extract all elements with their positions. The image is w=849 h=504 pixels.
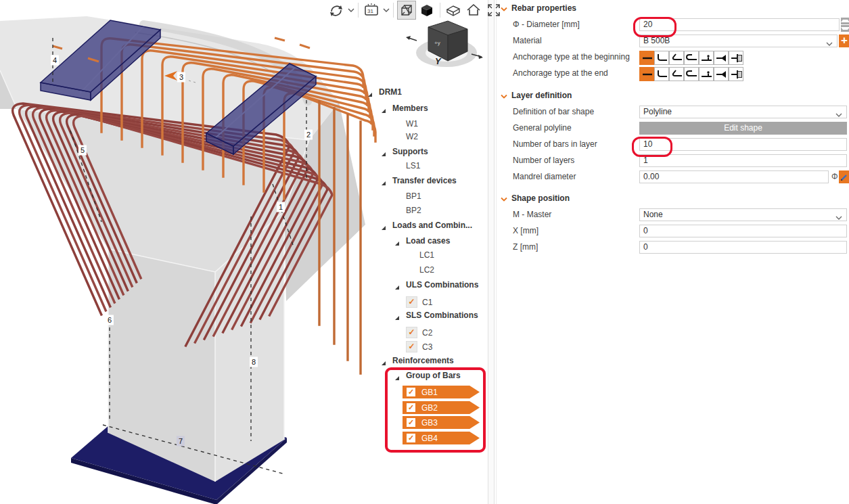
rebar-editor-window: +y Y 43251687 31 DRM1MembersW1W2Supports… [0,0,849,504]
checkbox-icon[interactable]: ✓ [407,388,415,396]
number-of-layers-input[interactable]: 1 [639,154,847,167]
checkbox-icon[interactable]: ✓ [407,434,415,442]
scene-marker-4: 4 [51,55,59,66]
material-dropdown[interactable]: B 500B [639,35,837,47]
tree-item-label: LC1 [419,250,434,260]
section-title: Layer definition [511,91,572,100]
tree-item-label: Members [392,104,428,113]
property-row: General polylineEdit shape [497,122,849,136]
anchorage-option-hook-45-icon[interactable] [669,51,684,65]
section-header-rebar-properties[interactable]: Rebar properties [497,1,849,15]
expander-icon[interactable] [394,239,400,244]
clipping-box-icon [445,2,461,18]
tree-scrollbar[interactable] [488,0,495,504]
straight-bar-icon [641,69,653,79]
banner-label: GB1 [421,388,438,397]
checkbox-icon[interactable]: ✓ [406,296,417,308]
scene-marker-6: 6 [106,315,114,325]
mandrel-diameter-input[interactable]: 0.00 [639,170,829,183]
wireframe-cube-icon [398,2,415,18]
anchorage-option-loop-pin-icon[interactable] [699,67,714,81]
solid-cube-button[interactable] [417,1,436,20]
anchorage-option-cone-anchor-icon[interactable] [714,51,729,65]
anchorage-option-hook-180-icon[interactable] [684,51,699,65]
chevron-down-icon[interactable] [382,1,390,19]
edit-shape-button[interactable]: Edit shape [639,122,847,135]
dropdown-value: B 500B [643,36,670,45]
tree-item-label: ULS Combinations [406,280,478,290]
chevron-down-icon [835,212,842,224]
home-icon [465,2,482,18]
spinner-up-icon [841,20,849,22]
number-of-bars-in-layer-input[interactable]: 10 [639,138,847,151]
orbit-button[interactable] [327,1,346,20]
group-banner-gb3[interactable]: ✓GB3 [403,416,480,429]
checkbox-icon[interactable]: ✓ [406,341,417,352]
plate-anchor-icon [731,69,742,79]
tree-item-label: Supports [392,147,428,156]
named-views-button[interactable]: 31 [362,1,381,20]
straight-bar-icon [641,53,653,63]
chevron-down-icon[interactable] [501,92,507,101]
property-row: Anchorage type at the end [497,67,849,81]
property-row: X [mm]0 [497,225,849,239]
tree-item-label: Transfer devices [392,176,457,185]
expander-icon[interactable] [394,373,400,379]
expander-icon[interactable] [367,90,373,95]
banner-label: GB4 [421,434,438,443]
expander-icon[interactable] [381,179,386,184]
add-material-button[interactable]: + [839,35,849,47]
group-banner-gb4[interactable]: ✓GB4 [403,432,480,444]
m-master-dropdown[interactable]: None [639,208,847,221]
expander-icon[interactable] [381,150,386,155]
clipping-box-button[interactable] [444,1,463,20]
chevron-down-icon[interactable] [501,195,507,204]
panel-divider [496,0,497,504]
zoom-fit-button[interactable] [484,1,503,20]
section-header-shape-position[interactable]: Shape position [497,191,849,205]
checkbox-icon[interactable]: ✓ [406,327,417,338]
tree-item-label: LC2 [419,265,434,275]
scene-marker-3: 3 [177,72,185,83]
viewport-toolbar: 31 [326,0,504,20]
-diameter-mm--input[interactable]: 20 [639,18,840,31]
tree-item-label: W1 [406,119,418,129]
anchorage-option-straight-bar-icon[interactable] [639,51,654,65]
property-row: Number of layers1 [497,154,849,168]
anchorage-option-cone-anchor-icon[interactable] [714,67,729,81]
x-mm--input[interactable]: 0 [639,225,847,237]
home-button[interactable] [464,1,483,20]
property-label: X [mm] [513,225,638,237]
expander-icon[interactable] [381,106,386,112]
section-header-layer-definition[interactable]: Layer definition [497,89,849,102]
anchorage-option-hook-90-icon[interactable] [654,67,669,81]
spinner-control[interactable] [841,18,849,32]
anchorage-option-straight-bar-icon[interactable] [639,67,654,81]
chevron-down-icon[interactable] [346,1,355,19]
hook-45-icon [671,69,683,79]
tree-item-label: Reinforcements [392,356,454,365]
z-mm--input[interactable]: 0 [639,241,847,254]
wireframe-cube-button[interactable] [397,1,416,20]
expander-icon[interactable] [394,283,400,288]
edit-mandrel-button[interactable] [839,170,849,183]
anchorage-option-plate-anchor-icon[interactable] [729,51,743,65]
definition-of-bar-shape-dropdown[interactable]: Polyline [639,106,847,118]
section-title: Rebar properties [511,3,576,13]
tree-item-label: Group of Bars [406,371,461,380]
expander-icon[interactable] [381,359,386,364]
checkbox-icon[interactable]: ✓ [407,403,415,412]
checkbox-icon[interactable]: ✓ [407,418,415,427]
group-banner-gb2[interactable]: ✓GB2 [403,401,480,414]
anchorage-option-hook-45-icon[interactable] [669,67,684,81]
anchorage-option-loop-pin-icon[interactable] [699,51,714,65]
expander-icon[interactable] [394,313,400,319]
anchorage-option-hook-180-icon[interactable] [684,67,699,81]
anchorage-option-hook-90-icon[interactable] [654,51,669,65]
solid-cube-icon [419,2,435,18]
anchorage-option-plate-anchor-icon[interactable] [729,67,743,81]
group-banner-gb1[interactable]: ✓GB1 [403,386,480,398]
expander-icon[interactable] [381,223,386,229]
view-cube[interactable]: +y Y [406,21,483,67]
tree-item-label: C3 [422,342,432,352]
